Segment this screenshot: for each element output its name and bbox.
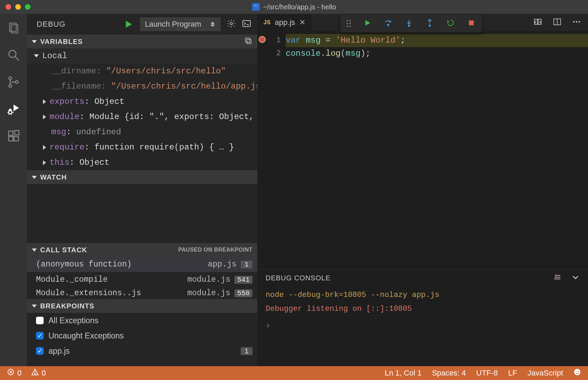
panel-chevron-icon[interactable] xyxy=(571,273,580,283)
variable-row[interactable]: this: Object xyxy=(27,155,257,170)
variable-row[interactable]: __filename: "/Users/chris/src/hello/app.… xyxy=(27,79,257,94)
variables-section-header[interactable]: VARIABLES xyxy=(27,35,257,48)
breakpoint-row[interactable]: ✓ Uncaught Exceptions xyxy=(27,328,257,343)
callstack-status: PAUSED ON BREAKPOINT xyxy=(178,247,252,253)
stack-frame[interactable]: Module._extensions..js module.js 550 xyxy=(27,287,257,299)
svg-point-39 xyxy=(576,371,577,372)
svg-point-25 xyxy=(408,25,410,26)
debug-config-select[interactable]: Launch Program xyxy=(140,17,221,31)
step-over-button[interactable] xyxy=(384,19,392,28)
breakpoints-label: BREAKPOINTS xyxy=(40,302,95,310)
breakpoints-section-header[interactable]: BREAKPOINTS xyxy=(27,299,257,313)
svg-point-21 xyxy=(576,21,577,22)
console-input[interactable]: › xyxy=(257,318,588,333)
variable-row[interactable]: exports: Object xyxy=(27,94,257,109)
debug-toolbar[interactable] xyxy=(340,15,482,33)
checkbox[interactable] xyxy=(36,317,44,324)
console-line: node --debug-brk=10805 --nolazy app.js xyxy=(266,288,580,302)
tab-title: app.js xyxy=(275,18,295,27)
svg-point-38 xyxy=(574,369,580,375)
stack-frame[interactable]: Module._compile module.js 541 xyxy=(27,272,257,287)
compare-icon[interactable] xyxy=(533,17,542,28)
editor-body[interactable]: 1 2 var msg = 'Hello World'; console.log… xyxy=(257,31,588,60)
clear-console-button[interactable] xyxy=(553,273,562,283)
status-encoding[interactable]: UTF-8 xyxy=(476,369,498,378)
collapse-icon[interactable] xyxy=(244,37,252,47)
debug-icon[interactable] xyxy=(7,102,20,116)
search-icon[interactable] xyxy=(7,48,20,62)
status-language[interactable]: JavaScript xyxy=(527,369,563,378)
breakpoint-row[interactable]: ✓ app.js 1 xyxy=(27,343,257,359)
chevron-right-icon xyxy=(43,160,46,165)
svg-point-4 xyxy=(9,77,12,80)
variable-row[interactable]: require: function require(path) { … } xyxy=(27,140,257,155)
chevron-down-icon xyxy=(34,54,39,57)
close-icon[interactable]: ✕ xyxy=(299,18,305,27)
watch-body xyxy=(27,184,257,243)
minimize-window-button[interactable] xyxy=(15,4,21,10)
svg-line-3 xyxy=(15,57,19,61)
feedback-icon[interactable] xyxy=(573,368,581,378)
chevron-right-icon xyxy=(43,145,46,150)
chevron-down-icon xyxy=(32,305,37,308)
split-editor-icon[interactable] xyxy=(553,17,562,28)
status-cursor[interactable]: Ln 1, Col 1 xyxy=(385,369,421,378)
checkbox[interactable]: ✓ xyxy=(36,347,44,355)
svg-rect-11 xyxy=(15,130,19,135)
svg-point-37 xyxy=(35,374,35,374)
svg-point-23 xyxy=(387,24,389,26)
variables-label: VARIABLES xyxy=(40,38,83,46)
extensions-icon[interactable] xyxy=(7,129,20,143)
svg-rect-14 xyxy=(246,38,250,42)
debug-console-toggle-button[interactable] xyxy=(242,19,251,29)
svg-rect-8 xyxy=(9,131,13,136)
svg-point-27 xyxy=(429,25,430,26)
window-controls xyxy=(6,4,30,10)
source-control-icon[interactable] xyxy=(7,75,20,89)
variable-row[interactable]: msg: undefined xyxy=(27,125,257,140)
explorer-icon[interactable] xyxy=(7,21,20,35)
watch-section-header[interactable]: WATCH xyxy=(27,170,257,184)
debug-sidebar: DEBUG Launch Program VARIABLES Local __d… xyxy=(27,14,257,366)
start-debug-button[interactable] xyxy=(123,19,134,29)
code-line[interactable]: var msg = 'Hello World'; xyxy=(286,34,588,47)
status-indent[interactable]: Spaces: 4 xyxy=(432,369,466,378)
statusbar: 0 0 Ln 1, Col 1 Spaces: 4 UTF-8 LF JavaS… xyxy=(0,366,588,380)
drag-handle-icon[interactable] xyxy=(347,20,351,27)
debug-settings-button[interactable] xyxy=(227,19,236,29)
vscode-icon xyxy=(252,3,260,11)
variable-row[interactable]: __dirname: "/Users/chris/src/hello" xyxy=(27,64,257,79)
callstack-section-header[interactable]: CALL STACK PAUSED ON BREAKPOINT xyxy=(27,243,257,257)
panel-title: DEBUG CONSOLE xyxy=(266,274,330,282)
breakpoint-glyph-icon[interactable] xyxy=(259,36,266,43)
chevron-down-icon xyxy=(32,248,37,252)
status-warnings[interactable]: 0 xyxy=(31,368,46,378)
status-eol[interactable]: LF xyxy=(508,369,517,378)
continue-button[interactable] xyxy=(363,19,372,28)
svg-point-40 xyxy=(578,371,579,372)
zoom-window-button[interactable] xyxy=(25,4,30,10)
more-icon[interactable] xyxy=(572,17,581,28)
step-out-button[interactable] xyxy=(426,19,434,28)
close-window-button[interactable] xyxy=(6,4,11,10)
debug-console-panel: DEBUG CONSOLE node --debug-brk=10805 --n… xyxy=(257,269,588,366)
svg-point-6 xyxy=(16,81,18,83)
line-number: 2 xyxy=(267,47,281,60)
svg-rect-9 xyxy=(9,137,13,141)
checkbox[interactable]: ✓ xyxy=(36,332,44,340)
stack-frame[interactable]: (anonymous function) app.js 1 xyxy=(27,257,257,272)
svg-rect-15 xyxy=(247,39,251,44)
step-into-button[interactable] xyxy=(405,19,413,28)
stop-button[interactable] xyxy=(467,19,475,28)
tabbar: JS app.js ✕ xyxy=(257,14,588,31)
restart-button[interactable] xyxy=(446,19,455,28)
scope-local[interactable]: Local xyxy=(27,48,257,64)
code-line[interactable]: console.log(msg); xyxy=(286,47,588,60)
console-line: Debugger listening on [::]:10805 xyxy=(266,302,580,316)
breakpoint-row[interactable]: All Exceptions xyxy=(27,313,257,328)
editor-tab[interactable]: JS app.js ✕ xyxy=(257,14,312,31)
svg-rect-10 xyxy=(14,137,19,141)
variable-row[interactable]: module: Module {id: ".", exports: Object… xyxy=(27,109,257,125)
titlebar: ~/src/hello/app.js - hello xyxy=(0,0,588,14)
status-errors[interactable]: 0 xyxy=(7,368,21,378)
